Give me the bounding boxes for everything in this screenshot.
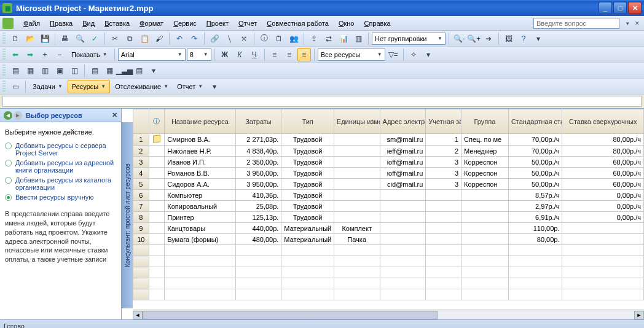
cell[interactable] (133, 267, 149, 278)
cell[interactable] (149, 223, 165, 234)
table-row[interactable]: 7Копировальный25,08р.Трудовой2,97р./ч0,0… (133, 201, 644, 212)
cell[interactable]: 0,00р./ч (562, 190, 644, 201)
column-header[interactable]: Стандартная ставка (508, 109, 562, 134)
cell[interactable]: 50,00р./ч (508, 179, 562, 190)
cell[interactable] (235, 278, 281, 289)
outdent-icon[interactable]: ⬅ (9, 48, 22, 61)
menu-совместная работа[interactable]: Совместная работа (262, 18, 334, 29)
cell[interactable] (508, 245, 562, 256)
cell[interactable] (149, 289, 165, 300)
cell[interactable]: 6,91р./ч (508, 212, 562, 223)
cell[interactable] (149, 212, 165, 223)
help-search-input[interactable] (533, 18, 619, 29)
cell[interactable]: 80,00р./ч (562, 134, 644, 146)
menu-вставка[interactable]: Вставка (100, 18, 135, 29)
cell[interactable] (562, 223, 644, 234)
cell[interactable] (380, 278, 426, 289)
cell[interactable] (281, 267, 334, 278)
redo-icon[interactable]: ↷ (187, 32, 201, 45)
grouping-combo[interactable]: Нет группировки▼ (372, 33, 446, 45)
cell[interactable] (426, 278, 461, 289)
cell[interactable]: Трудовой (281, 179, 334, 190)
horizontal-scrollbar[interactable]: ◄ ► (133, 310, 644, 319)
cell[interactable]: Николаев Н.Р. (165, 146, 235, 157)
cell[interactable]: 6 (133, 190, 149, 201)
cell[interactable] (461, 278, 509, 289)
radio-option[interactable]: Добавить ресурсы с сервера Project Serve… (5, 142, 116, 157)
cell[interactable] (281, 245, 334, 256)
collab-icon[interactable]: ⇄ (322, 32, 336, 45)
split-icon[interactable]: ⤲ (237, 32, 251, 45)
zoom-out-icon[interactable]: 🔍- (452, 32, 466, 45)
table-row[interactable] (133, 267, 644, 278)
column-header[interactable]: Единицы измерения материалов (334, 109, 380, 134)
cell[interactable]: 2 350,00р. (235, 157, 281, 168)
cell[interactable]: Трудовой (281, 201, 334, 212)
cell[interactable] (149, 256, 165, 267)
menu-правка[interactable]: Правка (45, 18, 77, 29)
cell[interactable] (426, 212, 461, 223)
cell[interactable] (149, 201, 165, 212)
resource-sheet-icon[interactable]: ▤ (88, 64, 101, 77)
cell[interactable]: Компьютер (165, 190, 235, 201)
menu-файл[interactable]: Файл (18, 18, 45, 29)
column-header[interactable]: Название ресурса (165, 109, 235, 134)
cell[interactable]: Спец. по ме (461, 134, 509, 146)
cell[interactable]: 60,00р./ч (562, 168, 644, 179)
cell[interactable]: Корреспон (461, 157, 509, 168)
show-dropdown[interactable]: Показать▼ (68, 48, 111, 61)
cell[interactable] (461, 201, 509, 212)
cell[interactable] (149, 157, 165, 168)
cell[interactable] (426, 256, 461, 267)
cell[interactable]: Трудовой (281, 146, 334, 157)
resource-table[interactable]: ⓘНазвание ресурсаЗатратыТипЕдиницы измер… (133, 109, 644, 300)
cell[interactable]: Корреспон (461, 168, 509, 179)
resource-usage-icon[interactable]: ▦ (103, 64, 116, 77)
table-row[interactable]: 10Бумага (формы)480,00р.МатериальныйПачк… (133, 234, 644, 245)
save-icon[interactable]: 💾 (38, 32, 52, 45)
cell[interactable] (235, 267, 281, 278)
tab-resources[interactable]: Ресурсы▼ (68, 80, 110, 93)
cell[interactable] (426, 190, 461, 201)
cell[interactable] (426, 201, 461, 212)
menu-проект[interactable]: Проект (202, 18, 234, 29)
cell[interactable]: Менеджер (461, 146, 509, 157)
cell[interactable]: 480,00р. (235, 234, 281, 245)
cell[interactable] (334, 179, 380, 190)
radio-link[interactable]: Добавить ресурсы из адресной книги орган… (15, 159, 116, 174)
cell[interactable]: Трудовой (281, 190, 334, 201)
toolbar-grip[interactable] (2, 33, 6, 45)
filter-combo[interactable]: Все ресурсы▼ (318, 49, 385, 61)
cell[interactable]: 8 (133, 212, 149, 223)
cell[interactable] (165, 289, 235, 300)
info-icon[interactable]: ⓘ (257, 32, 271, 45)
radio-link[interactable]: Добавить ресурсы из каталога организации (15, 176, 116, 191)
cell[interactable]: 25,08р. (235, 201, 281, 212)
toolbar-options-icon[interactable]: ▾ (532, 32, 545, 45)
cell[interactable]: Бумага (формы) (165, 234, 235, 245)
scroll-right-icon[interactable]: ► (634, 311, 644, 319)
radio-option[interactable]: Добавить ресурсы из каталога организации (5, 176, 116, 191)
cell[interactable]: 1 (426, 134, 461, 146)
cell[interactable] (133, 245, 149, 256)
cell[interactable] (149, 267, 165, 278)
paste-icon[interactable]: 📋 (138, 32, 151, 45)
cell[interactable] (380, 212, 426, 223)
menu-формат[interactable]: Формат (135, 18, 168, 29)
publish-icon[interactable]: ⇪ (307, 32, 321, 45)
cell[interactable]: 3 (426, 179, 461, 190)
cell[interactable]: 3 (426, 157, 461, 168)
cell[interactable] (508, 267, 562, 278)
cell[interactable] (562, 256, 644, 267)
network-icon[interactable]: ◫ (68, 64, 81, 77)
cell[interactable] (133, 289, 149, 300)
table-row[interactable]: 3Иванов И.П.2 350,00р.Трудовойioff@mail.… (133, 157, 644, 168)
show-subtasks-icon[interactable]: + (38, 48, 52, 61)
menu-сервис[interactable]: Сервис (168, 18, 202, 29)
close-button[interactable]: ✕ (628, 2, 642, 14)
cell[interactable]: 3 950,00р. (235, 168, 281, 179)
cell[interactable]: 70,00р./ч (508, 134, 562, 146)
cell[interactable] (165, 278, 235, 289)
cell[interactable] (334, 245, 380, 256)
assign-icon[interactable]: 👥 (287, 32, 300, 45)
